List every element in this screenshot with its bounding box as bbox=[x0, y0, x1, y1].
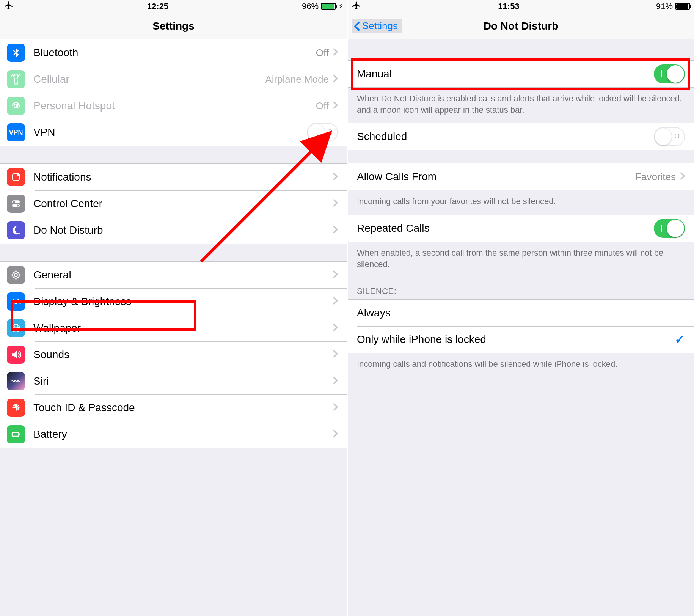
svg-point-6 bbox=[17, 205, 19, 207]
allow-calls-footer: Incoming calls from your favorites will … bbox=[348, 190, 694, 215]
svg-point-7 bbox=[13, 272, 19, 278]
bluetooth-icon bbox=[7, 44, 25, 62]
row-label: Cellular bbox=[33, 73, 69, 85]
row-label: Control Center bbox=[33, 198, 102, 210]
row-label: Bluetooth bbox=[33, 47, 78, 59]
manual-footer: When Do Not Disturb is enabled calls and… bbox=[348, 87, 694, 123]
vpn-icon: VPN bbox=[7, 123, 25, 141]
row-value: Airplane Mode bbox=[265, 74, 329, 85]
status-bar: 11:53 91% bbox=[348, 0, 694, 13]
wallpaper-icon bbox=[7, 319, 25, 337]
row-label: Repeated Calls bbox=[357, 222, 429, 234]
row-touch-id[interactable]: Touch ID & Passcode bbox=[0, 394, 347, 421]
sounds-icon bbox=[7, 346, 25, 364]
chevron-right-icon bbox=[333, 225, 338, 236]
row-label: Only while iPhone is locked bbox=[357, 333, 486, 346]
chevron-right-icon bbox=[333, 172, 338, 182]
back-label: Settings bbox=[362, 20, 398, 32]
row-do-not-disturb[interactable]: Do Not Disturb bbox=[0, 217, 347, 244]
siri-icon bbox=[7, 372, 25, 390]
row-label: Notifications bbox=[33, 171, 91, 183]
status-time: 11:53 bbox=[498, 2, 519, 11]
settings-group-general: General AA Display & Brightness Wallpape… bbox=[0, 262, 347, 448]
repeated-footer: When enabled, a second call from the sam… bbox=[348, 242, 694, 277]
row-silence-locked[interactable]: Only while iPhone is locked ✓ bbox=[348, 326, 694, 353]
gear-icon bbox=[7, 266, 25, 284]
nav-bar: Settings Do Not Disturb bbox=[348, 13, 694, 39]
row-battery[interactable]: Battery bbox=[0, 421, 347, 448]
airplane-mode-icon bbox=[4, 0, 14, 13]
page-title: Settings bbox=[152, 20, 194, 32]
svg-point-4 bbox=[13, 201, 15, 203]
row-allow-calls-from[interactable]: Allow Calls From Favorites bbox=[348, 163, 694, 190]
repeated-toggle[interactable] bbox=[654, 219, 685, 238]
row-vpn[interactable]: VPN VPN bbox=[0, 119, 347, 146]
nav-bar: Settings bbox=[0, 13, 347, 39]
row-cellular[interactable]: Cellular Airplane Mode bbox=[0, 66, 347, 93]
row-siri[interactable]: Siri bbox=[0, 368, 347, 394]
row-display-brightness[interactable]: AA Display & Brightness bbox=[0, 288, 347, 315]
row-bluetooth[interactable]: Bluetooth Off bbox=[0, 39, 347, 66]
row-label: Battery bbox=[33, 428, 67, 440]
row-label: Wallpaper bbox=[33, 322, 81, 334]
row-wallpaper[interactable]: Wallpaper bbox=[0, 315, 347, 341]
svg-rect-14 bbox=[19, 434, 20, 435]
status-bar: 12:25 96% ⚡︎ bbox=[0, 0, 347, 13]
battery-icon bbox=[321, 3, 336, 10]
page-title: Do Not Disturb bbox=[484, 20, 559, 32]
svg-point-8 bbox=[14, 273, 17, 277]
back-button[interactable]: Settings bbox=[352, 19, 402, 33]
status-time: 12:25 bbox=[147, 2, 168, 11]
row-value: Favorites bbox=[635, 171, 676, 183]
row-label: VPN bbox=[33, 126, 55, 138]
row-control-center[interactable]: Control Center bbox=[0, 190, 347, 217]
svg-rect-13 bbox=[12, 432, 19, 436]
row-personal-hotspot[interactable]: Personal Hotspot Off bbox=[0, 93, 347, 119]
svg-point-2 bbox=[17, 173, 20, 176]
chevron-right-icon bbox=[333, 270, 338, 280]
chevron-right-icon bbox=[333, 323, 338, 333]
row-notifications[interactable]: Notifications bbox=[0, 164, 347, 190]
row-value: Off bbox=[316, 100, 329, 112]
cellular-icon bbox=[7, 70, 25, 88]
chevron-right-icon bbox=[333, 376, 338, 387]
notifications-icon bbox=[7, 168, 25, 186]
row-general[interactable]: General bbox=[0, 262, 347, 288]
row-label: Sounds bbox=[33, 349, 69, 361]
battery-row-icon bbox=[7, 425, 25, 443]
airplane-mode-icon bbox=[352, 0, 361, 13]
row-label: Manual bbox=[357, 68, 392, 80]
battery-percent: 91% bbox=[656, 2, 673, 11]
dnd-screen: 11:53 91% Settings Do Not Disturb Manual… bbox=[347, 0, 694, 616]
chevron-right-icon bbox=[333, 349, 338, 360]
row-label: General bbox=[33, 269, 71, 281]
chevron-right-icon bbox=[333, 429, 338, 440]
moon-icon bbox=[7, 221, 25, 239]
battery-percent: 96% bbox=[302, 2, 319, 11]
row-label: Always bbox=[357, 307, 391, 319]
row-label: Personal Hotspot bbox=[33, 100, 115, 112]
row-repeated-calls[interactable]: Repeated Calls bbox=[348, 215, 694, 242]
row-label: Allow Calls From bbox=[357, 171, 436, 183]
row-label: Display & Brightness bbox=[33, 295, 131, 308]
chevron-right-icon bbox=[333, 402, 338, 413]
control-center-icon bbox=[7, 195, 25, 213]
row-label: Touch ID & Passcode bbox=[33, 402, 135, 414]
charging-icon: ⚡︎ bbox=[338, 2, 343, 11]
row-label: Do Not Disturb bbox=[33, 224, 103, 236]
display-icon: AA bbox=[7, 292, 25, 311]
chevron-right-icon bbox=[333, 47, 338, 58]
chevron-right-icon bbox=[333, 296, 338, 307]
row-silence-always[interactable]: Always bbox=[348, 300, 694, 326]
row-label: Scheduled bbox=[357, 130, 407, 143]
settings-screen: 12:25 96% ⚡︎ Settings Bluetooth Off Cell… bbox=[0, 0, 347, 616]
manual-toggle[interactable] bbox=[654, 64, 685, 83]
chevron-right-icon bbox=[333, 74, 338, 85]
vpn-toggle[interactable] bbox=[307, 123, 338, 142]
row-sounds[interactable]: Sounds bbox=[0, 341, 347, 368]
row-scheduled[interactable]: Scheduled bbox=[348, 123, 694, 150]
chevron-right-icon bbox=[333, 101, 338, 111]
row-manual[interactable]: Manual bbox=[348, 61, 694, 87]
scheduled-toggle[interactable] bbox=[654, 127, 685, 146]
chevron-right-icon bbox=[680, 171, 685, 182]
